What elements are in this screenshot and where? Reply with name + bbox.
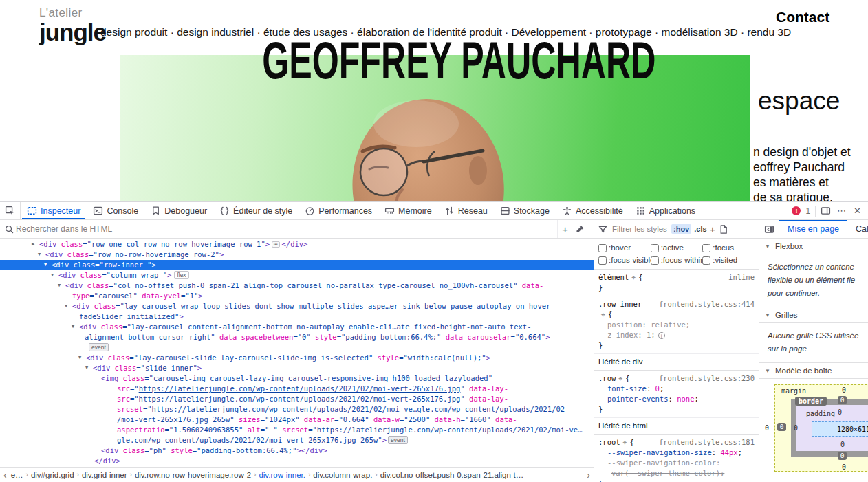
- box-model-diagram[interactable]: 1280×611 margin border padding 0 0 0 0 0…: [759, 379, 868, 482]
- border-top-value[interactable]: 0: [838, 396, 847, 404]
- tab-m-moire[interactable]: Mémoire: [378, 202, 438, 219]
- tree-row[interactable]: type="carousel" data-yvel="1">: [0, 291, 594, 301]
- tab-inspecteur[interactable]: Inspecteur: [21, 202, 87, 219]
- breadcrumb-item[interactable]: div#grid.grid: [29, 471, 76, 479]
- margin-left-value[interactable]: 0: [765, 424, 769, 432]
- padding-left-value[interactable]: 0: [794, 424, 798, 432]
- pseudo-class-toggle[interactable]: :focus: [702, 243, 755, 253]
- contact-link[interactable]: Contact: [776, 9, 829, 25]
- breadcrumb-item[interactable]: div.row-inner.: [257, 471, 307, 479]
- margin-top-value[interactable]: 0: [842, 386, 846, 394]
- new-rule-icon[interactable]: [718, 224, 728, 234]
- tab--diteur-de-style[interactable]: Éditeur de style: [213, 202, 299, 219]
- tree-row[interactable]: aspectratio="1.5060240963855" alt=" " sr…: [0, 425, 594, 435]
- css-declaration[interactable]: --swiper-navigation-color:: [598, 458, 755, 468]
- boxmodel-section-header[interactable]: ▼ Modèle de boîte: [759, 363, 868, 379]
- toggle-pseudo-classes-button[interactable]: :hov: [671, 224, 691, 234]
- tree-row[interactable]: ▼<div class="row-inner ">: [0, 260, 594, 270]
- selector-highlighter-icon[interactable]: ⌖: [620, 437, 630, 448]
- expand-arrow-open[interactable]: ▼: [44, 260, 52, 270]
- pseudo-class-toggle[interactable]: :visited: [702, 255, 755, 265]
- tree-row[interactable]: /moi-vert-265x176.jpg 265w" sizes="1024p…: [0, 415, 594, 425]
- tree-row[interactable]: src="https://latelierjungle.com/wp-conte…: [0, 384, 594, 394]
- add-node-button[interactable]: +: [562, 224, 568, 234]
- border-bottom-value[interactable]: 0: [838, 452, 847, 460]
- tab-layout[interactable]: Mise en page: [779, 220, 847, 238]
- tree-row[interactable]: ▼<div class="row no-row-hoverimage row-2…: [0, 250, 594, 260]
- search-html-input[interactable]: [14, 223, 557, 234]
- tree-row[interactable]: ▼<div class="lay-carousel content-alignm…: [0, 322, 594, 332]
- box-model-content[interactable]: 1280×611: [812, 421, 868, 437]
- pseudo-checkbox[interactable]: [598, 244, 607, 252]
- rule-selector[interactable]: .row-inner: [598, 299, 642, 309]
- selector-highlighter-icon[interactable]: ⌖: [629, 272, 638, 283]
- filter-styles-input[interactable]: [611, 224, 669, 234]
- tree-row[interactable]: src="https://latelierjungle.com/wp-conte…: [0, 394, 594, 404]
- breadcrumb-item[interactable]: div.column-wrap.: [311, 471, 374, 479]
- expand-arrow-open[interactable]: ▼: [85, 363, 93, 373]
- tree-row[interactable]: event: [0, 342, 594, 353]
- tree-row[interactable]: ▼<div class="lay-carousel-wrap loop-slid…: [0, 301, 594, 311]
- tree-row[interactable]: srcset="https://latelierjungle.com/wp-co…: [0, 404, 594, 415]
- toggle-classes-button[interactable]: .cls: [694, 225, 706, 233]
- breadcrumb-scroll-left[interactable]: ‹: [1, 470, 9, 481]
- tree-row[interactable]: ▼<div class="col no-offset push-0 span-2…: [0, 281, 594, 291]
- tree-row[interactable]: ▼<div class="column-wrap ">flex: [0, 270, 594, 281]
- tree-row[interactable]: ▼<div class="slide-inner">: [0, 363, 594, 373]
- tab-console[interactable]: Console: [87, 202, 144, 219]
- event-badge[interactable]: event: [388, 436, 408, 444]
- tree-row[interactable]: <div class="ph" style="padding-bottom:66…: [0, 446, 594, 456]
- pseudo-checkbox[interactable]: [702, 244, 710, 252]
- tab-accessibilit-[interactable]: Accessibilité: [556, 202, 629, 219]
- tree-row[interactable]: ▶<div class="row one-col-row no-row-hove…: [0, 239, 594, 250]
- error-count[interactable]: 1: [805, 206, 810, 216]
- rule-selector[interactable]: :root: [598, 437, 620, 448]
- flexbox-section-header[interactable]: ▼ Flexbox: [759, 239, 868, 254]
- pseudo-class-toggle[interactable]: :focus-visible: [598, 255, 651, 265]
- tab-performances[interactable]: Performances: [299, 202, 378, 219]
- tree-row[interactable]: alignment-bottom cursor-right" data-spac…: [0, 332, 594, 342]
- selector-highlighter-icon[interactable]: ⌖: [616, 373, 625, 384]
- pick-element-button[interactable]: [0, 202, 21, 219]
- tree-row[interactable]: fadeSlider initialized">: [0, 311, 594, 322]
- css-declaration[interactable]: font-size: 0;: [598, 384, 755, 394]
- css-declaration[interactable]: --swiper-navigation-size: 44px;: [598, 448, 755, 458]
- expand-arrow-closed[interactable]: ▶: [32, 239, 39, 250]
- new-rule-button[interactable]: +: [710, 224, 716, 234]
- tree-row[interactable]: gle.com/wp-content/uploads/2021/02/moi-v…: [0, 435, 594, 446]
- split-console-icon[interactable]: [821, 206, 831, 216]
- breadcrumb-item[interactable]: div.grid-inner: [80, 471, 129, 479]
- padding-bottom-value[interactable]: 0: [840, 441, 845, 448]
- expand-arrow-open[interactable]: ▼: [65, 301, 72, 311]
- expand-arrow-open[interactable]: ▼: [51, 270, 58, 281]
- error-badge-icon[interactable]: !: [792, 206, 801, 215]
- sidebar-toggle-icon[interactable]: [764, 224, 774, 234]
- stylesheet-link[interactable]: frontend.style.css:230: [659, 373, 755, 384]
- expand-arrow-open[interactable]: ▼: [38, 250, 45, 260]
- css-declaration[interactable]: var(--swiper-theme-color);: [598, 468, 755, 479]
- tab-stockage[interactable]: Stockage: [494, 202, 556, 219]
- eyedropper-icon[interactable]: [575, 224, 585, 234]
- tab-computed[interactable]: Calculé: [847, 220, 868, 238]
- pseudo-checkbox[interactable]: [651, 256, 659, 265]
- tree-row[interactable]: </div>: [0, 456, 594, 466]
- event-badge[interactable]: event: [89, 343, 109, 351]
- tree-row[interactable]: ▼<div class="lay-carousel-slide lay-caro…: [0, 353, 594, 363]
- stylesheet-link[interactable]: frontend.style.css:414: [659, 299, 755, 309]
- expand-arrow-open[interactable]: ▼: [78, 353, 86, 363]
- border-left-value[interactable]: 0: [777, 423, 786, 431]
- pseudo-checkbox[interactable]: [598, 256, 607, 265]
- info-icon[interactable]: i: [658, 332, 665, 339]
- tab-d-bogueur[interactable]: Débogueur: [144, 202, 213, 219]
- inline-expander-button[interactable]: ⋯: [272, 241, 279, 248]
- expand-arrow-open[interactable]: ▼: [72, 322, 79, 332]
- selector-highlighter-icon[interactable]: ⌖: [598, 309, 608, 320]
- breadcrumb-item[interactable]: div.col.no-offset.push-0.span-21.align-t…: [378, 471, 526, 479]
- tab-r-seau[interactable]: Réseau: [438, 202, 494, 219]
- margin-bottom-value[interactable]: 0: [842, 463, 846, 471]
- breadcrumb-scroll-right[interactable]: ›: [585, 470, 592, 481]
- pseudo-class-toggle[interactable]: :active: [651, 243, 703, 253]
- stylesheet-link[interactable]: frontend.style.css:181: [659, 437, 755, 448]
- flex-badge[interactable]: flex: [174, 271, 188, 279]
- padding-top-value[interactable]: 0: [838, 408, 842, 416]
